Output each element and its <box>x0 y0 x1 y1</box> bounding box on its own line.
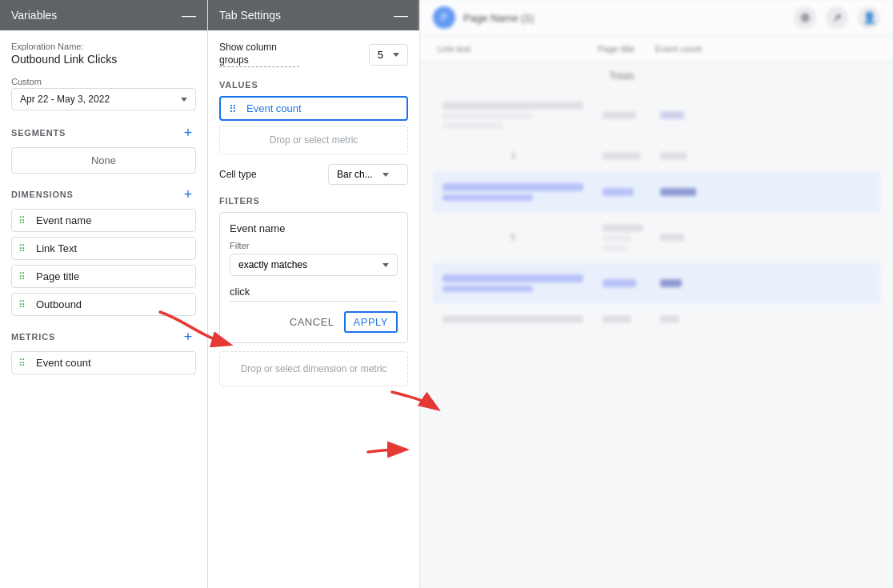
column-groups-value: 5 <box>378 49 383 61</box>
filter-actions: CANCEL APPLY <box>230 311 398 333</box>
grid-icon <box>18 215 30 226</box>
table-cell: 3 <box>433 146 593 166</box>
event-count-chip[interactable]: ⠿ Event count <box>219 96 408 121</box>
table-cell <box>651 226 708 250</box>
metrics-title: METRICS <box>11 332 55 342</box>
table-cell <box>708 278 766 288</box>
values-section: VALUES ⠿ Event count Drop or select metr… <box>219 80 408 154</box>
table-cell <box>708 110 766 120</box>
tab-settings-body: Show column groups 5 VALUES ⠿ Event coun… <box>208 30 419 588</box>
table-cell <box>651 307 708 331</box>
grid-icon <box>18 271 30 282</box>
table-cell <box>708 151 766 161</box>
dimension-page-title[interactable]: Page title <box>11 265 196 288</box>
tab-settings-panel-header: Tab Settings — <box>208 0 419 30</box>
tab-settings-minimize-icon[interactable]: — <box>394 8 408 22</box>
table-cell <box>651 71 708 81</box>
dimension-event-name-label: Event name <box>36 214 91 226</box>
metric-event-count-label: Event count <box>36 357 91 369</box>
table-cell <box>708 233 766 242</box>
chip-icon: ⠿ <box>229 103 240 114</box>
table-row <box>433 172 880 213</box>
dimension-page-title-label: Page title <box>36 270 79 282</box>
date-range-select[interactable]: Apr 22 - May 3, 2022 <box>11 88 196 110</box>
table-cell <box>765 187 823 197</box>
filters-title: FILTERS <box>219 196 408 206</box>
drop-metric-box[interactable]: Drop or select metric <box>219 126 408 154</box>
data-table-header: Link text Page title Event count <box>420 36 893 62</box>
table-row <box>433 90 880 141</box>
dimension-event-name[interactable]: Event name <box>11 209 196 232</box>
cell-type-value: Bar ch... <box>337 169 373 180</box>
values-title: VALUES <box>219 80 408 90</box>
filter-match-select[interactable]: exactly matches <box>230 254 398 276</box>
table-row <box>433 304 880 335</box>
drop-metric-label: Drop or select metric <box>270 134 358 146</box>
dimension-link-text[interactable]: Link Text <box>11 237 196 260</box>
table-cell <box>593 216 651 259</box>
data-table: Totals 3 <box>420 62 893 588</box>
filter-event-name-title: Event name <box>230 222 398 234</box>
tab-settings-title: Tab Settings <box>219 9 281 22</box>
variables-body: Exploration Name: Outbound Link Clicks C… <box>0 30 207 588</box>
table-cell <box>651 103 708 127</box>
table-cell <box>651 271 708 295</box>
grid-icon <box>18 243 30 254</box>
cell-type-row: Cell type Bar ch... <box>219 164 408 185</box>
add-segment-button[interactable]: + <box>180 125 196 141</box>
chevron-down-icon <box>382 173 389 177</box>
table-cell <box>765 233 823 242</box>
table-cell <box>708 71 766 81</box>
data-panel: P Page Name (1) ⚙ ↗ 👤 Link text Page tit… <box>420 0 893 588</box>
dimensions-section-header: DIMENSIONS + <box>11 186 196 202</box>
col-header-5 <box>765 41 823 57</box>
col-header-1: Link text <box>433 41 593 57</box>
dimensions-title: DIMENSIONS <box>11 190 74 199</box>
segment-value: None <box>91 154 116 166</box>
add-metric-button[interactable]: + <box>180 329 196 345</box>
variables-panel: Variables — Exploration Name: Outbound L… <box>0 0 208 588</box>
add-dimension-button[interactable]: + <box>180 186 196 202</box>
share-icon[interactable]: ↗ <box>826 6 848 29</box>
cancel-button[interactable]: CANCEL <box>290 316 334 328</box>
table-cell: 5 <box>433 227 593 248</box>
table-cell: Totals <box>593 66 651 86</box>
settings-icon[interactable]: ⚙ <box>794 6 816 29</box>
table-cell <box>433 307 593 331</box>
table-cell <box>651 144 708 168</box>
exploration-name: Outbound Link Clicks <box>11 53 196 66</box>
date-range-value: Apr 22 - May 3, 2022 <box>20 94 110 105</box>
drop-dim-label: Drop or select dimension or metric <box>241 363 387 374</box>
chevron-down-icon <box>181 98 187 102</box>
dimension-link-text-label: Link Text <box>36 242 77 254</box>
data-panel-title: Page Name (1) <box>463 12 786 24</box>
table-row: 3 <box>433 141 880 172</box>
table-cell <box>593 307 651 331</box>
table-cell <box>593 180 651 204</box>
column-groups-select[interactable]: 5 <box>369 44 408 66</box>
variables-minimize-icon[interactable]: — <box>182 8 196 22</box>
cell-type-select[interactable]: Bar ch... <box>328 164 408 185</box>
table-cell <box>708 314 766 324</box>
table-row: 5 <box>433 213 880 263</box>
tab-settings-panel: Tab Settings — Show column groups 5 VALU… <box>208 0 420 588</box>
grid-icon <box>18 299 30 310</box>
filter-value-field[interactable]: click <box>230 282 398 302</box>
metric-event-count[interactable]: Event count <box>11 351 196 374</box>
show-col-label: Show column groups <box>219 42 299 67</box>
filters-section: FILTERS Event name Filter exactly matche… <box>219 196 408 386</box>
chevron-down-icon <box>393 53 399 57</box>
table-cell <box>433 94 593 137</box>
table-cell <box>593 103 651 127</box>
filter-match-value: exactly matches <box>238 259 307 270</box>
show-col-groups-row: Show column groups 5 <box>219 42 408 67</box>
grid-icon <box>18 358 30 369</box>
drop-dim-box[interactable]: Drop or select dimension or metric <box>219 351 408 386</box>
variables-title: Variables <box>11 9 57 22</box>
dimension-outbound[interactable]: Outbound <box>11 293 196 316</box>
table-cell <box>765 71 823 81</box>
person-icon[interactable]: 👤 <box>858 6 880 29</box>
date-range-label: Custom <box>11 77 196 86</box>
apply-button[interactable]: APPLY <box>344 311 398 333</box>
table-row: Totals <box>433 62 880 90</box>
